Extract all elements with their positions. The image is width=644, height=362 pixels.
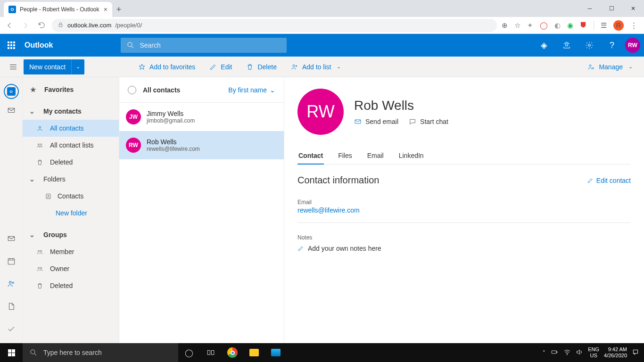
section-title: Contact information (297, 175, 379, 186)
nav-deleted[interactable]: Deleted (23, 154, 119, 171)
svg-point-5 (593, 67, 594, 69)
add-to-favorites-button[interactable]: Add to favorites (132, 57, 201, 77)
premium-icon[interactable]: ◈ (533, 34, 555, 57)
nav-member[interactable]: Member (23, 243, 119, 260)
account-avatar[interactable]: RW (625, 38, 640, 53)
select-all-checkbox[interactable] (128, 86, 136, 94)
photos-taskbar-icon[interactable] (265, 343, 287, 362)
maximize-button[interactable]: ☐ (601, 0, 622, 17)
tab-linkedin[interactable]: LinkedIn (398, 148, 425, 164)
svg-rect-22 (207, 351, 210, 355)
start-button[interactable] (0, 343, 23, 362)
taskbar-search[interactable]: Type here to search (23, 343, 178, 362)
rail-mail-bottom-icon[interactable] (0, 227, 23, 250)
detail-name: Rob Wells (354, 98, 448, 113)
cortana-icon[interactable]: ◯ (178, 343, 200, 362)
edit-contact-button[interactable]: Edit contact (587, 177, 631, 184)
chrome-taskbar-icon[interactable] (222, 343, 243, 362)
svg-point-15 (48, 195, 49, 197)
contact-item[interactable]: JW Jimmy Wells jimbob@gmail.com (119, 103, 284, 131)
edit-button[interactable]: Edit (204, 57, 238, 77)
email-field-value[interactable]: rewells@lifewire.com (297, 206, 631, 214)
volume-icon[interactable] (576, 348, 583, 357)
svg-rect-25 (557, 352, 557, 353)
tray-chevron-icon[interactable]: ˄ (543, 350, 545, 356)
nav-toggle-button[interactable] (6, 59, 21, 74)
rail-outlook[interactable]: O (0, 82, 23, 101)
nav-all-contact-lists[interactable]: All contact lists (23, 137, 119, 154)
back-button[interactable] (4, 20, 15, 31)
app-launcher-button[interactable] (0, 34, 23, 57)
close-window-button[interactable]: ✕ (622, 0, 644, 17)
start-chat-button[interactable]: Start chat (409, 118, 448, 125)
nav-my-contacts[interactable]: ⌄ My contacts (23, 103, 119, 120)
send-email-button[interactable]: Send email (354, 118, 398, 125)
nav-contacts-folder[interactable]: Contacts (23, 188, 119, 205)
language-indicator[interactable]: ENGUS (588, 346, 599, 359)
add-notes-button[interactable]: Add your own notes here (297, 245, 631, 252)
nav-owner[interactable]: Owner (23, 260, 119, 277)
browser-tab[interactable]: O People - Robert Wells - Outlook × (4, 2, 112, 17)
rail-files-icon[interactable] (0, 295, 23, 318)
nav-groups-deleted[interactable]: Deleted (23, 277, 119, 294)
delete-button[interactable]: Delete (240, 57, 282, 77)
rail-people-icon[interactable] (0, 272, 23, 295)
extension-icon-1[interactable]: ✦ (527, 21, 533, 30)
battery-icon[interactable] (550, 349, 559, 356)
rail-todo-icon[interactable] (0, 318, 23, 340)
extension-icon-4[interactable]: ◉ (567, 21, 573, 30)
new-contact-split[interactable]: ⌄ (71, 59, 84, 74)
nav-new-folder[interactable]: New folder (23, 205, 119, 222)
extension-icon-2[interactable]: ◯ (540, 21, 548, 30)
new-contact-button[interactable]: New contact ⌄ (24, 59, 84, 74)
tab-files[interactable]: Files (337, 148, 353, 164)
clock[interactable]: 9:42 AM4/26/2020 (604, 346, 627, 359)
nav-all-contacts[interactable]: All contacts (23, 120, 119, 137)
help-icon[interactable]: ? (601, 34, 623, 57)
reading-list-icon[interactable]: ☰ (601, 21, 607, 30)
address-bar[interactable]: outlook.live.com/people/0/ (52, 19, 497, 32)
launch-icon[interactable] (555, 34, 578, 57)
minimize-button[interactable]: ─ (579, 0, 601, 17)
notes-label: Notes (297, 234, 631, 241)
task-view-icon[interactable] (200, 343, 222, 362)
svg-point-4 (589, 65, 591, 66)
trash-icon (36, 159, 43, 166)
nav-groups[interactable]: ⌄ Groups (23, 226, 119, 243)
nav-favorites[interactable]: ★ Favorites (23, 81, 119, 98)
nav-folders[interactable]: ⌄ Folders (23, 171, 119, 188)
explorer-taskbar-icon[interactable] (243, 343, 265, 362)
search-box[interactable] (121, 38, 287, 53)
nav-groups-label: Groups (43, 231, 67, 239)
tab-email[interactable]: Email (366, 148, 385, 164)
reload-button[interactable] (36, 20, 47, 31)
svg-point-2 (588, 44, 591, 47)
new-contact-label: New contact (24, 63, 71, 71)
forward-button[interactable] (20, 20, 31, 31)
zoom-icon[interactable]: ⊕ (502, 21, 508, 30)
manage-button[interactable]: Manage ⌄ (582, 57, 638, 77)
svg-point-3 (293, 65, 295, 66)
rail-mail-icon[interactable] (0, 101, 23, 120)
chrome-menu-icon[interactable]: ⋮ (630, 21, 637, 30)
tab-contact[interactable]: Contact (297, 148, 324, 164)
settings-icon[interactable] (578, 34, 601, 57)
manage-label: Manage (599, 63, 623, 71)
star-icon[interactable]: ☆ (514, 21, 520, 30)
rail-calendar-icon[interactable] (0, 250, 23, 272)
wifi-icon[interactable] (563, 348, 571, 357)
contact-item[interactable]: RW Rob Wells rewells@lifewire.com (119, 131, 284, 159)
chevron-down-icon: ⌄ (628, 64, 633, 70)
notifications-icon[interactable] (632, 348, 639, 357)
sort-label: By first name (228, 86, 267, 94)
outlook-brand[interactable]: Outlook (23, 41, 59, 49)
search-input[interactable] (140, 41, 281, 49)
sort-button[interactable]: By first name ⌄ (228, 86, 275, 94)
add-to-list-button[interactable]: Add to list ⌄ (285, 57, 347, 77)
new-tab-button[interactable]: + (112, 2, 125, 17)
chrome-profile-avatar[interactable]: R (613, 20, 624, 31)
close-tab-icon[interactable]: × (104, 6, 107, 13)
extension-icon-3[interactable]: ◐ (554, 21, 561, 30)
chevron-down-icon: ⌄ (29, 231, 36, 239)
extension-icon-5[interactable]: ⛊ (580, 21, 587, 29)
